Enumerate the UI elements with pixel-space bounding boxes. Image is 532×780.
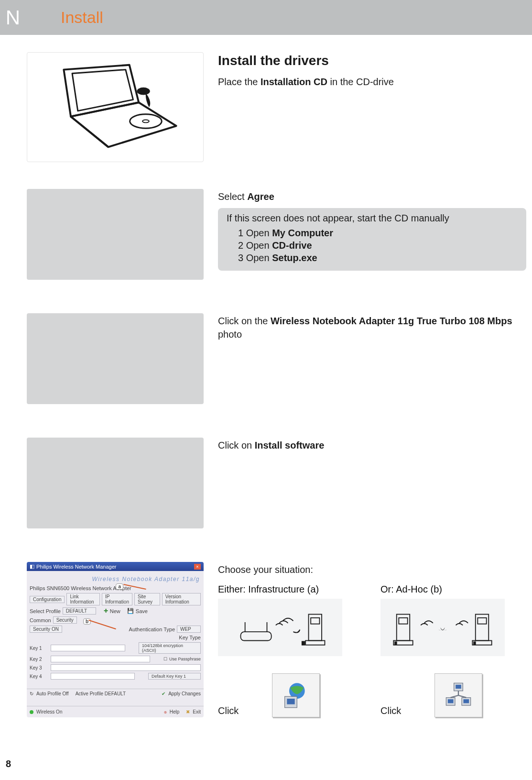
key2-input[interactable]	[51, 656, 150, 662]
profile-select[interactable]: DEFAULT	[63, 607, 96, 615]
svg-point-0	[130, 114, 162, 128]
text: Click on the	[218, 316, 271, 326]
label-common: Common	[30, 617, 51, 623]
svg-rect-26	[464, 699, 469, 703]
illustration-laptop-cd	[27, 52, 204, 162]
label-key1: Key 1	[30, 646, 49, 651]
text: Open	[243, 228, 272, 238]
text-bold: My Computer	[272, 228, 333, 238]
tab-link-info[interactable]: Link Information	[66, 593, 99, 605]
label-select-profile: Select Profile	[30, 608, 61, 614]
save-button[interactable]: Save	[136, 608, 148, 614]
adhoc-illustration	[380, 599, 505, 656]
num: 3	[238, 253, 243, 263]
screenshot-wireless-manager: ◧ Philips Wireless Network Manager × Wir…	[27, 562, 204, 717]
svg-line-28	[451, 695, 458, 698]
app-icon: ◧	[30, 563, 34, 570]
text-bold: Wireless Notebook Adapter 11g True Turbo…	[271, 316, 512, 326]
auth-type-select[interactable]: WEP	[177, 626, 201, 633]
key1-input[interactable]	[51, 645, 125, 651]
step-4-body: Click on Install software	[218, 439, 526, 452]
status-dot-icon	[30, 710, 33, 714]
exit-button[interactable]: Exit	[193, 709, 201, 714]
note-item-2: 2 Open CD-drive	[238, 239, 518, 252]
click-label-b: Click	[380, 704, 401, 717]
click-label-a: Click	[218, 704, 239, 717]
label-auth-type: Authentication Type	[129, 626, 175, 632]
screenshot-placeholder-agree	[27, 189, 204, 280]
step-2-body: Select Agree	[218, 190, 526, 203]
language-tab: N	[0, 0, 22, 35]
tab-ip-info[interactable]: IP Information	[102, 593, 132, 605]
note-intro: If this screen does not appear, start th…	[227, 213, 518, 224]
wireless-status: Wireless On	[36, 709, 62, 714]
page-title: Install	[61, 8, 103, 27]
auto-profile-button[interactable]: Auto Profile Off	[36, 691, 69, 696]
svg-rect-7	[305, 641, 325, 645]
svg-rect-15	[399, 618, 407, 624]
num: 1	[238, 228, 243, 238]
active-profile-label: Active Profile DEFAULT	[76, 691, 126, 696]
svg-point-1	[142, 120, 149, 122]
svg-rect-19	[394, 641, 397, 645]
tab-security[interactable]: Security	[53, 616, 77, 624]
step-5-intro: Choose your situation:	[218, 563, 526, 576]
svg-point-2	[137, 88, 150, 95]
text-bold: Installation CD	[261, 77, 327, 87]
svg-rect-24	[448, 699, 454, 703]
tab-version-info[interactable]: Version Information	[162, 593, 201, 605]
label-key-type: Key Type	[179, 635, 201, 640]
apply-changes-button[interactable]: Apply Changes	[168, 691, 201, 696]
key3-input[interactable]	[51, 664, 201, 671]
label-key3: Key 3	[30, 665, 49, 670]
text-bold: Agree	[247, 191, 274, 202]
svg-rect-22	[456, 685, 462, 689]
default-key-select[interactable]: Default Key Key 1	[148, 673, 201, 680]
text: Open	[243, 253, 272, 263]
enc-select[interactable]: 104/128bit encryption (ASCII)	[139, 642, 201, 654]
note-item-1: 1 Open My Computer	[238, 227, 518, 239]
text-bold: Install software	[255, 440, 325, 450]
security-on-button[interactable]: Security ON	[30, 626, 62, 633]
use-passphrase-checkbox[interactable]: Use Passphrase	[169, 657, 201, 661]
svg-rect-8	[311, 618, 319, 624]
step-3-body: Click on the Wireless Notebook Adapter 1…	[218, 314, 526, 341]
svg-rect-3	[241, 632, 271, 640]
callout-b: b	[83, 618, 91, 625]
text: in the CD-drive	[327, 77, 394, 87]
infra-illustration	[218, 599, 342, 656]
adhoc-label: Or: Ad-Hoc (b)	[380, 584, 524, 595]
note-box: If this screen does not appear, start th…	[218, 208, 526, 271]
close-icon[interactable]: ×	[194, 564, 201, 570]
step-3-row: Click on the Wireless Notebook Adapter 1…	[27, 313, 526, 404]
svg-rect-18	[478, 618, 486, 624]
new-button[interactable]: New	[110, 608, 120, 614]
text: Open	[243, 240, 272, 251]
adhoc-mode-icon[interactable]	[434, 673, 482, 717]
text: Click on	[218, 440, 255, 450]
text: Select	[218, 191, 247, 202]
note-item-3: 3 Open Setup.exe	[238, 252, 518, 264]
page-header-band: N Install	[0, 0, 532, 35]
laptop-cd-icon	[40, 60, 191, 154]
key4-input[interactable]	[51, 673, 135, 680]
step-5-row: ◧ Philips Wireless Network Manager × Wir…	[27, 562, 526, 717]
infra-label: Either: Infrastructure (a)	[218, 584, 361, 595]
num: 2	[238, 240, 243, 251]
infra-mode-icon[interactable]	[272, 673, 320, 717]
step-4-row: Click on Install software	[27, 438, 526, 528]
help-button[interactable]: Help	[170, 709, 180, 714]
situation-adhoc: Or: Ad-Hoc (b)	[380, 584, 524, 717]
step-1-row: Install the drivers Place the Installati…	[27, 52, 526, 162]
svg-rect-20	[473, 641, 476, 645]
label-key2: Key 2	[30, 657, 49, 662]
text-bold: Setup.exe	[272, 253, 317, 263]
text: Place the	[218, 77, 261, 87]
adapter-name: Philips SNN6500 Wireless Network Adapter	[30, 585, 201, 591]
window-title: Philips Wireless Network Manager	[36, 564, 117, 570]
tab-site-survey[interactable]: Site Survey	[134, 593, 160, 605]
text: photo	[218, 329, 242, 340]
screenshot-placeholder-install-software	[27, 438, 204, 528]
situation-infrastructure: Either: Infrastructure (a)	[218, 584, 361, 717]
tab-configuration[interactable]: Configuration	[30, 596, 65, 603]
